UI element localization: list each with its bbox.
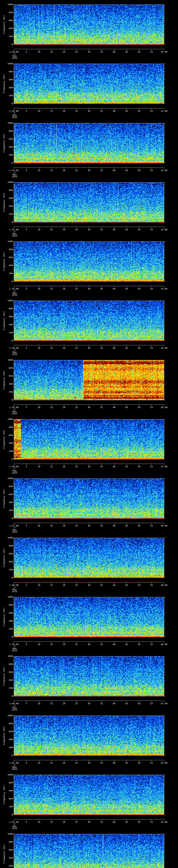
x-axis-end-time-label: 43:00 (160, 821, 168, 824)
y-tick-label: 200 (0, 509, 13, 512)
x-tick-label: 20 (63, 525, 65, 527)
y-tick-label: 800 (0, 307, 13, 310)
date-label: 3 May 2015 (12, 172, 17, 178)
x-tick-label: 15 (50, 643, 53, 646)
x-tick-label: 20 (63, 702, 65, 705)
x-tick-label: 50 (138, 465, 141, 468)
y-tick-label: 200 (0, 865, 13, 867)
x-tick-label: 10 (37, 525, 40, 527)
x-axis-end-time-label: 42:00 (160, 762, 168, 764)
x-tick-label: 20 (63, 228, 65, 231)
page: { "colors": { "background": "#000000", "… (0, 0, 178, 868)
x-tick-label: 45 (125, 51, 128, 53)
spectrogram-panels: Frequency (Hz) 02004006008001000 1:29:00… (0, 0, 178, 868)
x-tick-label: 55 (150, 51, 153, 53)
y-axis-title: Frequency (Hz) (3, 311, 5, 330)
x-tick-label: 55 (150, 762, 153, 764)
y-tick-label: 1000 (0, 240, 13, 243)
y-tick-label: 1000 (0, 596, 13, 598)
x-tick-label: 50 (138, 584, 141, 586)
x-tick-label: 20 (63, 51, 65, 53)
y-tick-label: 1000 (0, 62, 13, 65)
y-tick-label: 200 (0, 391, 13, 393)
y-tick-label: 0 (0, 813, 13, 816)
spectrogram-panel: Frequency (Hz) 02004006008001000 1:40:00… (0, 652, 178, 711)
y-tick-label: 1000 (0, 300, 13, 302)
x-tick-label: 40 (113, 110, 115, 112)
x-tick-label: 45 (125, 406, 128, 409)
x-tick-label: 30 (88, 51, 90, 53)
x-tick-label: 40 (113, 525, 115, 527)
y-tick-label: 600 (0, 671, 13, 673)
x-tick-label: 35 (100, 51, 103, 53)
x-tick-label: 45 (125, 525, 128, 527)
y-tick-label: 400 (0, 442, 13, 444)
x-tick-label: 35 (100, 702, 103, 705)
x-tick-label: 40 (113, 762, 115, 764)
date-label: 3 May 2015 (12, 646, 17, 652)
x-tick-label: 50 (138, 169, 141, 172)
y-axis-title: Frequency (Hz) (3, 548, 5, 567)
spectrogram-panel: Frequency (Hz) 02004006008001000 1:43:00… (0, 830, 178, 868)
x-tick-label: 40 (113, 702, 115, 705)
y-axis-title: Frequency (Hz) (3, 252, 5, 271)
x-tick-label: 55 (150, 821, 153, 824)
date-label: 3 May 2015 (12, 290, 17, 296)
x-tick-label: 40 (113, 51, 115, 53)
x-tick-label: 30 (88, 821, 90, 824)
x-axis-end-time-label: 31:00 (160, 110, 168, 112)
spectrogram-image (0, 830, 178, 868)
date-year: 2015 (12, 57, 17, 59)
spectrogram-panel: Frequency (Hz) 02004006008001000 1:41:00… (0, 711, 178, 770)
y-tick-label: 600 (0, 434, 13, 436)
x-tick-label: 15 (50, 702, 53, 705)
y-tick-label: 200 (0, 154, 13, 156)
y-tick-label: 0 (0, 339, 13, 342)
y-axis-title: Frequency (Hz) (3, 608, 5, 626)
x-axis-end-time-label: 37:00 (160, 465, 168, 468)
x-tick-label: 30 (88, 762, 90, 764)
x-tick-label: 5 (26, 465, 27, 468)
y-tick-label: 200 (0, 806, 13, 808)
x-tick-label: 20 (63, 584, 65, 586)
y-tick-label: 600 (0, 138, 13, 140)
x-tick-label: 50 (138, 51, 141, 53)
x-tick-label: 55 (150, 525, 153, 527)
x-tick-label: 55 (150, 584, 153, 586)
x-tick-label: 15 (50, 584, 53, 586)
x-tick-label: 20 (63, 288, 65, 290)
date-year: 2015 (12, 413, 17, 415)
date-year: 2015 (12, 768, 17, 770)
x-tick-label: 25 (75, 643, 78, 646)
y-tick-label: 800 (0, 781, 13, 784)
date-label: 3 May 2015 (12, 112, 17, 118)
y-tick-label: 200 (0, 568, 13, 571)
y-tick-label: 600 (0, 730, 13, 733)
x-tick-label: 5 (26, 169, 27, 172)
x-tick-label: 25 (75, 465, 78, 468)
x-axis-end-time-label: 41:00 (160, 702, 168, 705)
x-tick-label: 45 (125, 643, 128, 646)
x-tick-label: 5 (26, 821, 27, 824)
x-tick-label: 50 (138, 702, 141, 705)
x-tick-label: 45 (125, 169, 128, 172)
y-tick-label: 600 (0, 375, 13, 377)
y-tick-label: 1000 (0, 477, 13, 479)
y-tick-label: 600 (0, 256, 13, 259)
x-tick-label: 15 (50, 406, 53, 409)
x-tick-label: 10 (37, 762, 40, 764)
x-axis-end-time-label: 35:00 (160, 347, 168, 349)
x-tick-label: 30 (88, 347, 90, 349)
x-axis-end-time-label: 36:00 (160, 406, 168, 409)
y-tick-label: 200 (0, 687, 13, 689)
x-tick-label: 50 (138, 228, 141, 231)
x-tick-label: 25 (75, 406, 78, 409)
y-tick-label: 0 (0, 221, 13, 223)
y-tick-label: 400 (0, 205, 13, 208)
y-tick-label: 600 (0, 849, 13, 851)
x-tick-label: 45 (125, 288, 128, 290)
x-tick-label: 55 (150, 643, 153, 646)
y-tick-label: 0 (0, 280, 13, 283)
y-tick-label: 400 (0, 679, 13, 681)
x-tick-label: 5 (26, 406, 27, 409)
